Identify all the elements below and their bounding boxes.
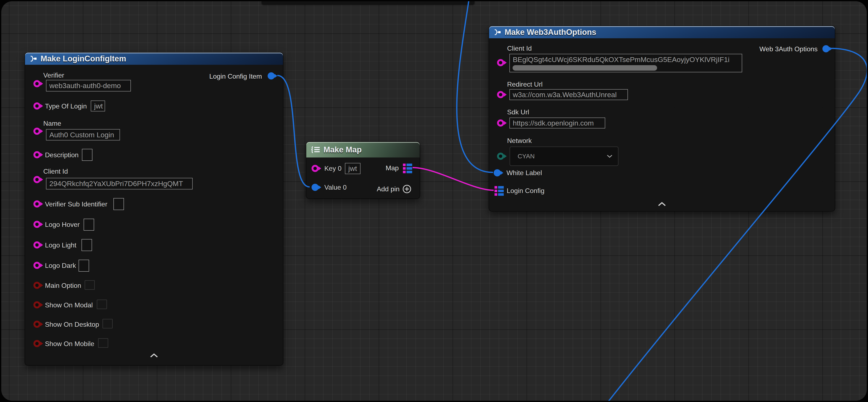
output-pin-label: Web 3Auth Options — [760, 46, 817, 53]
logo-light-pin[interactable] — [33, 241, 40, 249]
add-pin-icon[interactable] — [402, 184, 412, 194]
main-option-label: Main Option — [45, 282, 81, 289]
map-output-pin[interactable] — [403, 164, 412, 173]
network-pin[interactable] — [497, 153, 504, 160]
name-pin[interactable] — [33, 127, 40, 135]
client-id-scrollbar[interactable] — [513, 65, 657, 70]
client-id-pin[interactable] — [33, 176, 40, 183]
type-of-login-pin[interactable] — [33, 103, 40, 110]
network-label: Network — [507, 137, 532, 144]
map-output-label: Map — [386, 165, 399, 172]
wire-map-to-loginconfig — [412, 168, 494, 190]
verifier-sub-identifier-input[interactable] — [114, 198, 124, 210]
main-option-pin[interactable] — [33, 282, 40, 289]
output-pin-web3auth-options[interactable] — [823, 45, 830, 52]
node-title: Make LoginConfigItem — [40, 54, 126, 63]
logo-hover-pin[interactable] — [33, 221, 40, 228]
show-on-modal-pin[interactable] — [33, 301, 40, 309]
verifier-pin[interactable] — [33, 80, 40, 87]
description-pin[interactable] — [33, 151, 40, 158]
show-on-modal-checkbox[interactable] — [97, 299, 107, 309]
value-0-pin[interactable] — [312, 184, 319, 191]
logo-light-input[interactable] — [82, 239, 92, 251]
client-id-pin[interactable] — [497, 59, 504, 66]
show-on-mobile-checkbox[interactable] — [98, 338, 108, 348]
node-make-map[interactable]: Make Map Key 0 jwt Map Value 0 Add pin — [306, 142, 420, 199]
chevron-down-icon — [607, 154, 613, 158]
network-value: CYAN — [518, 153, 535, 160]
show-on-mobile-label: Show On Mobile — [45, 340, 94, 347]
client-id-input[interactable]: 294QRkchfq2YaXUbPri7D6PH7xzHgQMT — [46, 178, 193, 190]
login-config-label: Login Config — [507, 187, 545, 194]
node-title: Make Map — [323, 145, 362, 154]
white-label-pin[interactable] — [494, 169, 501, 176]
node-make-loginconfigitem[interactable]: Make LoginConfigItem Login Config Item V… — [25, 52, 283, 366]
key-0-input[interactable]: jwt — [345, 163, 361, 174]
window-frame: Make LoginConfigItem Login Config Item V… — [0, 0, 868, 402]
description-label: Description — [45, 151, 79, 159]
wire-top-to-whitelabel — [457, 1, 493, 172]
blueprint-graph-canvas[interactable]: Make LoginConfigItem Login Config Item V… — [1, 1, 867, 401]
key-0-label: Key 0 — [324, 165, 342, 172]
sdk-url-label: Sdk Url — [507, 109, 529, 116]
output-pin-label: Login Config Item — [209, 73, 262, 80]
name-input[interactable]: Auth0 Custom Login — [46, 129, 120, 140]
show-on-desktop-checkbox[interactable] — [102, 319, 113, 328]
value-0-label: Value 0 — [324, 184, 347, 191]
show-on-desktop-pin[interactable] — [33, 321, 40, 328]
logo-hover-input[interactable] — [84, 219, 94, 231]
main-option-checkbox[interactable] — [85, 280, 95, 290]
network-dropdown[interactable]: CYAN — [509, 147, 618, 166]
logo-dark-input[interactable] — [79, 260, 89, 271]
logo-light-label: Logo Light — [45, 241, 76, 249]
show-on-desktop-label: Show On Desktop — [45, 321, 99, 328]
key-0-pin[interactable] — [312, 165, 319, 172]
client-id-input[interactable]: BEglQSgt4cUWcj6SKRdu5QkOXTsePmMcusG5EAoy… — [509, 54, 742, 72]
client-id-label: Client Id — [43, 168, 68, 175]
verifier-sub-identifier-pin[interactable] — [33, 200, 40, 207]
verifier-sub-identifier-label: Verifier Sub Identifier — [45, 201, 107, 208]
output-pin-login-config-item[interactable] — [268, 72, 275, 80]
redirect-url-input[interactable]: w3a://com.w3a.Web3AuthUnreal — [509, 89, 628, 100]
node-header[interactable]: Make Map — [306, 142, 420, 157]
description-input[interactable] — [82, 149, 92, 161]
add-pin-label[interactable]: Add pin — [377, 185, 400, 193]
client-id-label: Client Id — [507, 45, 532, 52]
collapse-chevron-icon[interactable] — [150, 353, 158, 358]
sdk-url-input[interactable]: https://sdk.openlogin.com — [509, 117, 605, 128]
collapse-chevron-icon[interactable] — [658, 202, 666, 206]
make-struct-icon — [30, 55, 37, 62]
node-make-web3authoptions[interactable]: Make Web3AuthOptions Web 3Auth Options C… — [489, 26, 835, 211]
node-header[interactable]: Make Web3AuthOptions — [489, 26, 835, 38]
verifier-input[interactable]: web3auth-auth0-demo — [46, 80, 131, 91]
white-label-label: White Label — [506, 169, 542, 176]
redirect-url-pin[interactable] — [497, 91, 504, 98]
login-config-pin[interactable] — [495, 186, 504, 196]
verifier-label: Verifier — [43, 72, 64, 79]
make-struct-icon — [494, 29, 501, 36]
show-on-mobile-pin[interactable] — [33, 340, 40, 347]
logo-dark-label: Logo Dark — [45, 262, 76, 269]
name-label: Name — [43, 120, 61, 127]
show-on-modal-label: Show On Modal — [45, 302, 93, 309]
type-of-login-input[interactable]: jwt — [91, 100, 105, 111]
node-title: Make Web3AuthOptions — [504, 28, 596, 37]
offscreen-node-edge — [261, 1, 474, 5]
logo-hover-label: Logo Hover — [45, 221, 80, 228]
node-header[interactable]: Make LoginConfigItem — [25, 53, 283, 65]
redirect-url-label: Redirect Url — [507, 81, 542, 88]
type-of-login-label: Type Of Login — [45, 103, 87, 110]
client-id-value: BEglQSgt4cUWcj6SKRdu5QkOXTsePmMcusG5EAoy… — [513, 56, 730, 64]
logo-dark-pin[interactable] — [33, 262, 40, 269]
sdk-url-pin[interactable] — [497, 119, 504, 126]
make-map-icon — [311, 146, 320, 153]
